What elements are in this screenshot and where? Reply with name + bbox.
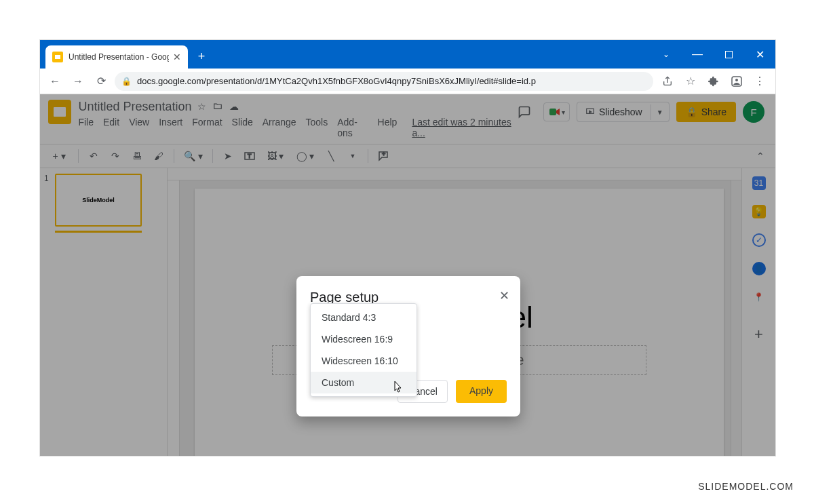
browser-menu-icon[interactable]: ⋮ (750, 71, 770, 92)
svg-rect-1 (55, 55, 60, 59)
thumb-number: 1 (44, 174, 49, 183)
tab-close-icon[interactable]: ✕ (173, 52, 181, 62)
share-button[interactable]: 🔒Share (676, 102, 736, 122)
page-setup-dialog: Page setup ✕ Cancel Apply Standard 4:3 W… (296, 276, 520, 416)
window-maximize-icon[interactable] (713, 40, 744, 69)
shape-tool[interactable]: ◯ ▾ (292, 147, 319, 166)
last-edit-link[interactable]: Last edit was 2 minutes a... (412, 117, 512, 138)
option-widescreen-1610[interactable]: Widescreen 16:10 (311, 350, 416, 372)
scrollbar-vertical[interactable] (731, 180, 741, 457)
new-tab-button[interactable]: + (192, 47, 211, 66)
menu-edit[interactable]: Edit (103, 117, 119, 138)
present-icon (585, 107, 595, 117)
calendar-icon[interactable]: 31 (752, 176, 766, 190)
svg-rect-5 (549, 109, 556, 115)
window-close-icon[interactable]: ✕ (744, 40, 775, 69)
nav-reload-icon[interactable]: ⟳ (92, 72, 111, 91)
keep-icon[interactable]: 💡 (752, 205, 766, 218)
comments-icon[interactable] (512, 100, 537, 124)
svg-rect-2 (725, 51, 732, 58)
profile-icon[interactable] (726, 71, 747, 92)
print-button[interactable]: 🖶 (128, 147, 147, 166)
bookmark-icon[interactable]: ☆ (680, 71, 701, 92)
url-field[interactable]: 🔒 docs.google.com/presentation/d/1MYtCa2… (115, 72, 653, 91)
comment-tool[interactable]: + (374, 147, 393, 166)
window-minimize-icon[interactable]: — (682, 40, 713, 69)
option-standard-43[interactable]: Standard 4:3 (311, 307, 416, 328)
tab-title: Untitled Presentation - Google Sl (69, 52, 169, 62)
add-addon-icon[interactable]: + (754, 326, 763, 343)
account-avatar[interactable]: F (743, 101, 764, 123)
window-menu-icon[interactable]: ⌄ (651, 40, 682, 69)
menu-slide[interactable]: Slide (232, 117, 253, 138)
slides-favicon-icon (52, 52, 63, 62)
browser-address-bar: ← → ⟳ 🔒 docs.google.com/presentation/d/1… (40, 69, 775, 94)
cursor-pointer-icon (391, 381, 402, 396)
dialog-close-icon[interactable]: ✕ (499, 288, 509, 303)
browser-window: Untitled Presentation - Google Sl ✕ + ⌄ … (39, 39, 776, 457)
collapse-toolbar-icon[interactable]: ⌃ (751, 147, 770, 166)
meet-button[interactable]: ▾ (543, 102, 570, 121)
menu-arrange[interactable]: Arrange (263, 117, 296, 138)
redo-button[interactable]: ↷ (106, 147, 125, 166)
svg-text:+: + (382, 151, 385, 157)
browser-titlebar: Untitled Presentation - Google Sl ✕ + ⌄ … (40, 40, 775, 69)
select-tool[interactable]: ➤ (218, 147, 237, 166)
toolbar: + ▾ ↶ ↷ 🖶 🖌 🔍 ▾ ➤ T 🖼 ▾ ◯ ▾ ╲ ▼ + ⌃ (40, 144, 775, 168)
menu-file[interactable]: File (78, 117, 94, 138)
image-tool[interactable]: 🖼 ▾ (262, 147, 289, 166)
contacts-icon[interactable]: 👤 (752, 262, 766, 275)
slides-logo-icon[interactable] (48, 100, 71, 124)
share-url-icon[interactable] (657, 71, 678, 92)
svg-text:T: T (248, 153, 252, 159)
ruler-vertical (168, 180, 180, 457)
menu-insert[interactable]: Insert (159, 117, 182, 138)
slides-app: Untitled Presentation ☆ ☁ File Edit View… (40, 94, 775, 456)
maps-icon[interactable]: 📍 (752, 290, 766, 304)
menu-view[interactable]: View (129, 117, 149, 138)
url-text: docs.google.com/presentation/d/1MYtCa2Qv… (137, 76, 536, 86)
menu-help[interactable]: Help (378, 117, 398, 138)
cloud-icon[interactable]: ☁ (229, 101, 239, 113)
thumbnail-panel: 1 SlideModel (40, 168, 168, 457)
zoom-button[interactable]: 🔍 ▾ (180, 147, 207, 166)
slide-thumbnail[interactable]: 1 SlideModel (45, 174, 161, 233)
slides-header: Untitled Presentation ☆ ☁ File Edit View… (40, 94, 775, 138)
star-icon[interactable]: ☆ (197, 101, 206, 113)
menu-tools[interactable]: Tools (306, 117, 328, 138)
line-tool[interactable]: ╲ (322, 147, 341, 166)
menu-addons[interactable]: Add-ons (337, 117, 368, 138)
undo-button[interactable]: ↶ (84, 147, 103, 166)
line-menu[interactable]: ▼ (343, 147, 362, 166)
side-panel: 31 💡 ✓ 👤 📍 + (741, 168, 775, 457)
menu-bar: File Edit View Insert Format Slide Arran… (78, 117, 511, 138)
browser-tab[interactable]: Untitled Presentation - Google Sl ✕ (45, 45, 188, 69)
ruler-horizontal (168, 168, 741, 180)
paint-format-button[interactable]: 🖌 (149, 147, 168, 166)
lock-share-icon: 🔒 (686, 106, 697, 117)
move-icon[interactable] (213, 101, 222, 113)
nav-forward-icon[interactable]: → (69, 72, 88, 91)
watermark: SLIDEMODEL.COM (698, 481, 794, 492)
apply-button[interactable]: Apply (456, 380, 507, 403)
option-widescreen-169[interactable]: Widescreen 16:9 (311, 328, 416, 350)
lock-icon: 🔒 (121, 77, 132, 86)
new-slide-button[interactable]: + ▾ (45, 147, 73, 166)
tasks-icon[interactable]: ✓ (752, 233, 766, 247)
menu-format[interactable]: Format (192, 117, 222, 138)
doc-title[interactable]: Untitled Presentation (78, 100, 191, 114)
meet-icon (548, 106, 560, 118)
svg-point-4 (735, 79, 738, 81)
slideshow-dropdown-icon[interactable]: ▼ (651, 104, 669, 120)
slideshow-button[interactable]: Slideshow ▼ (577, 102, 670, 122)
nav-back-icon[interactable]: ← (45, 72, 64, 91)
window-controls: ⌄ — ✕ (651, 40, 775, 69)
extensions-icon[interactable] (703, 71, 724, 92)
textbox-tool[interactable]: T (240, 147, 259, 166)
